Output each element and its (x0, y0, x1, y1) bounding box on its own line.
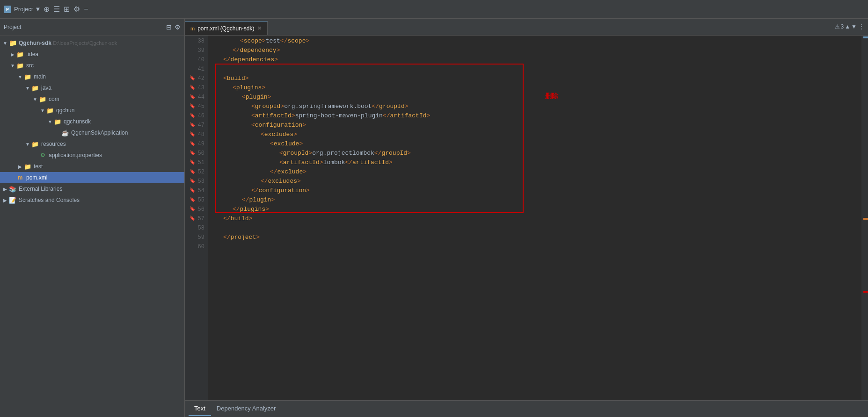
java-label: java (41, 85, 51, 91)
scratches-icon: 📝 (8, 196, 17, 204)
code-line-46: <artifactId>spring-boot-maven-plugin</ar… (208, 111, 861, 121)
line-56: 🔖56 (185, 205, 204, 214)
sidebar-item-qgchun[interactable]: ▼ 📁 qgchun (0, 105, 184, 116)
code-line-53: </excludes> (208, 177, 861, 186)
sidebar-item-pom-xml[interactable]: ▶ m pom.xml (0, 172, 184, 183)
sidebar-item-java[interactable]: ▼ 📁 java (0, 82, 184, 93)
code-line-47: <configuration> (208, 121, 861, 130)
code-line-39: </dependency> (208, 46, 861, 55)
tab-xml-icon: m (190, 26, 195, 31)
text-tab-label: Text (194, 405, 205, 412)
tab-label: pom.xml (Qgchun-sdk) (197, 25, 254, 32)
tab-dependency-analyzer[interactable]: Dependency Analyzer (211, 402, 281, 416)
settings-icon[interactable]: ⚙ (73, 5, 80, 14)
tab-pom-xml[interactable]: m pom.xml (Qgchun-sdk) ✕ (185, 21, 268, 35)
title-bar-project: Project ▼ (14, 6, 41, 13)
project-folder-icon: 📁 (8, 39, 17, 47)
more-options-icon[interactable]: ⋮ (859, 23, 864, 30)
collapse-all-icon[interactable]: ⊟ (166, 23, 172, 31)
code-line-44: <plugin> (208, 93, 861, 102)
tab-close-button[interactable]: ✕ (257, 25, 262, 31)
code-line-50: <groupId>org.projectlombok</groupId> (208, 149, 861, 158)
line-44: 🔖44 (185, 93, 204, 102)
sidebar-item-application-properties[interactable]: ▶ ⚙ application.properties (0, 150, 184, 161)
expand-icon[interactable]: ⊞ (64, 5, 70, 14)
code-line-58 (208, 223, 861, 233)
expand-arrow: ▼ (2, 41, 8, 46)
sidebar-item-scratches[interactable]: ▶ 📝 Scratches and Consoles (0, 194, 184, 206)
code-line-51: <artifactId>lombok</artifactId> (208, 158, 861, 167)
expand-arrow-qgchun: ▼ (39, 108, 46, 113)
sidebar-item-qgchun-sdk[interactable]: ▼ 📁 Qgchun-sdk D:\ideaProjects\Qgchun-sd… (0, 37, 184, 49)
pom-xml-label: pom.xml (26, 174, 47, 181)
down-arrow[interactable]: ▼ (851, 23, 857, 30)
editor-main[interactable]: 删除 <scope>test</scope> </dependency> </d… (208, 36, 861, 400)
code-line-52: </exclude> (208, 167, 861, 177)
up-arrow[interactable]: ▲ (845, 23, 850, 30)
expand-arrow-main: ▼ (17, 74, 23, 79)
sidebar-item-src[interactable]: ▼ 📁 src (0, 60, 184, 71)
code-line-41 (208, 65, 861, 74)
sidebar-item-test[interactable]: ▶ 📁 test (0, 161, 184, 172)
sidebar-content[interactable]: ▼ 📁 Qgchun-sdk D:\ideaProjects\Qgchun-sd… (0, 36, 184, 417)
expand-arrow-java: ▼ (24, 86, 31, 91)
warning-icon: ⚠ (835, 23, 840, 30)
line-41: 41 (185, 65, 204, 74)
gutter-marker-warning1 (863, 218, 868, 220)
line-57: 🔖57 (185, 214, 204, 223)
minimize-icon[interactable]: − (84, 5, 88, 14)
line-43: 🔖43 (185, 83, 204, 93)
qgchun-label: qgchun (56, 107, 74, 114)
project-root-label: Qgchun-sdk D:\ideaProjects\Qgchun-sdk (19, 40, 117, 46)
warnings-badge[interactable]: ⚠ 3 ▲ ▼ (835, 23, 857, 30)
qgchunsdk-folder-icon: 📁 (53, 117, 62, 126)
sidebar-item-qgchunsdk[interactable]: ▼ 📁 qgchunsdk (0, 116, 184, 127)
code-line-42: <build> (208, 74, 861, 83)
sidebar-header: Project ⊟ ⚙ (0, 19, 184, 36)
line-40: 40 (185, 55, 204, 65)
expand-arrow-test: ▶ (17, 164, 23, 169)
code-line-48: <excludes> (208, 130, 861, 139)
expand-arrow-com: ▼ (32, 97, 38, 102)
expand-arrow-resources: ▼ (24, 142, 31, 147)
editor-content[interactable]: 38 39 40 41 🔖42 🔖43 🔖44 🔖45 🔖46 🔖47 🔖48 … (185, 36, 868, 400)
line-38: 38 (185, 36, 204, 46)
library-icon: 📚 (8, 185, 17, 193)
code-line-57: </build> (208, 214, 861, 223)
sidebar-item-com[interactable]: ▼ 📁 com (0, 93, 184, 105)
line-53: 🔖53 (185, 177, 204, 186)
app-label: QgchunSdkApplication (71, 129, 128, 136)
sidebar-header-icons: ⊟ ⚙ (166, 23, 181, 31)
line-39: 39 (185, 46, 204, 55)
title-bar: P Project ▼ ⊕ ☰ ⊞ ⚙ − (0, 0, 868, 19)
sidebar: Project ⊟ ⚙ ▼ 📁 Qgchun-sdk D:\ideaProjec… (0, 19, 185, 417)
app-java-icon: ☕ (61, 129, 69, 137)
code-line-43: <plugins> (208, 83, 861, 93)
dropdown-icon[interactable]: ▼ (35, 6, 41, 13)
sidebar-item-main[interactable]: ▼ 📁 main (0, 71, 184, 82)
properties-icon: ⚙ (38, 151, 47, 159)
idea-folder-icon: 📁 (16, 50, 24, 58)
project-icon: P (4, 6, 11, 13)
editor-right-gutter (861, 36, 868, 400)
tab-text[interactable]: Text (189, 402, 211, 416)
sidebar-item-QgchunSdkApplication[interactable]: ▶ ☕ QgchunSdkApplication (0, 127, 184, 138)
line-49: 🔖49 (185, 139, 204, 149)
main-label: main (34, 73, 46, 80)
title-bar-left: P Project ▼ ⊕ ☰ ⊞ ⚙ − (4, 5, 864, 14)
code-line-60 (208, 242, 861, 252)
tab-bar: m pom.xml (Qgchun-sdk) ✕ ⚠ 3 ▲ ▼ ⋮ (185, 19, 868, 36)
sidebar-item-idea[interactable]: ▶ 📁 .idea (0, 49, 184, 60)
expand-arrow-ext-libs: ▶ (2, 187, 8, 192)
test-label: test (34, 163, 43, 170)
warnings-count: 3 (841, 23, 844, 30)
add-icon[interactable]: ⊕ (44, 5, 50, 14)
line-45: 🔖45 (185, 102, 204, 111)
sidebar-item-resources[interactable]: ▼ 📁 resources (0, 138, 184, 150)
sidebar-item-external-libraries[interactable]: ▶ 📚 External Libraries (0, 183, 184, 194)
settings-icon[interactable]: ⚙ (175, 23, 181, 31)
code-line-54: </configuration> (208, 186, 861, 195)
dependency-tab-label: Dependency Analyzer (217, 405, 276, 412)
collapse-icon[interactable]: ☰ (53, 5, 60, 14)
resources-folder-icon: 📁 (31, 140, 39, 148)
